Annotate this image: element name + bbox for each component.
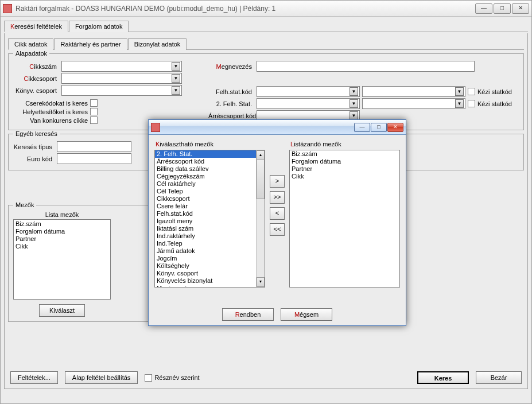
input-megnevezes[interactable] xyxy=(257,61,475,72)
chevron-down-icon[interactable]: ▼ xyxy=(172,74,180,83)
button-feltetelek[interactable]: Feltételek... xyxy=(10,371,58,384)
main-tabs: Keresési feltételek Forgalom adatok xyxy=(4,20,528,32)
checkbox-helyett[interactable] xyxy=(90,108,98,115)
list-item[interactable]: Cégjegyzékszám xyxy=(155,173,256,180)
list-item[interactable]: Forgalom dátuma xyxy=(290,158,399,165)
list-item[interactable]: Billing data szállev xyxy=(155,165,256,173)
group-mezok-label: Mezők xyxy=(13,201,36,208)
list-item[interactable]: 2. Felh. Stat. xyxy=(155,150,256,158)
dialog-minimize-button[interactable]: — xyxy=(354,123,370,132)
listbox-mezok[interactable]: Biz.számForgalom dátumaPartnerCikk xyxy=(13,219,111,300)
input-eurokod[interactable] xyxy=(57,153,131,164)
label-kerestipus: Keresés típus xyxy=(13,143,55,150)
list-item[interactable]: Jármű adatok xyxy=(155,247,256,255)
button-move-left[interactable]: < xyxy=(270,207,285,220)
list-item[interactable]: Költséghely xyxy=(155,262,256,270)
dialog-titlebar[interactable]: — □ ✕ xyxy=(149,120,406,135)
maximize-button[interactable]: □ xyxy=(494,3,511,14)
tab-cikk-adatok[interactable]: Cikk adatok xyxy=(8,38,53,50)
combo-felh2-2[interactable]: ▼ xyxy=(362,98,465,109)
listbox-selected[interactable]: Biz.számForgalom dátumaPartnerCikk xyxy=(289,150,400,288)
label-resznev: Résznév szerint xyxy=(154,374,199,381)
dialog-mezok: — □ ✕ Kiválasztható mezők 2. Felh. Stat.… xyxy=(148,119,406,326)
label-helyett: Helyettesítőket is keres xyxy=(13,108,88,115)
chevron-down-icon[interactable]: ▼ xyxy=(455,99,464,108)
combo-felh2[interactable]: ▼ xyxy=(257,98,360,109)
button-keres[interactable]: Keres xyxy=(417,371,469,384)
dialog-close-button[interactable]: ✕ xyxy=(387,123,403,132)
list-item[interactable]: Cikk xyxy=(14,243,110,250)
label-felhstat: Felh.stat.kód xyxy=(208,88,254,95)
button-move-all-right[interactable]: >> xyxy=(270,191,285,204)
checkbox-kezi-2[interactable] xyxy=(468,100,475,107)
chevron-down-icon[interactable]: ▼ xyxy=(350,99,358,108)
list-item[interactable]: Árréscsoport kód xyxy=(155,158,256,165)
sub-tabs: Cikk adatok Raktárhely és partner Bizony… xyxy=(8,38,524,50)
tab-forgalom-adatok[interactable]: Forgalom adatok xyxy=(69,21,129,32)
combo-felhstat[interactable]: ▼ xyxy=(257,86,360,97)
list-item[interactable]: Cikkcsoport xyxy=(155,195,256,203)
dialog-icon xyxy=(151,123,160,132)
list-item[interactable]: Cél Telep xyxy=(155,188,256,195)
group-alapadatok-label: Alapadatok xyxy=(13,50,49,57)
input-kerestipus[interactable] xyxy=(57,141,131,152)
combo-felhstat-2[interactable]: ▼ xyxy=(362,86,465,97)
button-move-right[interactable]: > xyxy=(270,175,285,188)
list-item[interactable]: Ind.Telep xyxy=(155,240,256,247)
list-item[interactable]: Forgalom dátuma xyxy=(14,228,110,235)
list-item[interactable]: Igazolt meny xyxy=(155,217,256,225)
label-cikkcsoport: Cikkcsoport xyxy=(13,75,59,82)
chevron-down-icon[interactable]: ▼ xyxy=(350,87,358,96)
label-csere: Cserekódokat is keres xyxy=(13,100,88,107)
button-kivalaszt[interactable]: Kiválaszt xyxy=(39,304,85,317)
list-item[interactable]: Cikk xyxy=(290,173,399,180)
button-alap-feltetel[interactable]: Alap feltétel beállítás xyxy=(65,371,138,384)
bottom-bar: Feltételek... Alap feltétel beállítás Ré… xyxy=(10,371,522,384)
button-bezar[interactable]: Bezár xyxy=(476,371,522,384)
list-item[interactable]: Cél raktárhely xyxy=(155,180,256,188)
button-rendben[interactable]: Rendben xyxy=(222,308,274,321)
list-item[interactable]: Biz.szám xyxy=(290,150,399,158)
chevron-down-icon[interactable]: ▼ xyxy=(455,87,464,96)
list-item[interactable]: Partner xyxy=(14,235,110,243)
label-konyvcsoport: Könyv. csoport xyxy=(13,87,59,94)
checkbox-resznev[interactable] xyxy=(145,374,152,382)
button-move-all-left[interactable]: << xyxy=(270,223,285,236)
checkbox-vankonk[interactable] xyxy=(90,116,98,124)
dialog-body: Kiválasztható mezők 2. Felh. Stat.Árrésc… xyxy=(149,135,406,325)
list-item[interactable]: Könyvelés bizonylat xyxy=(155,277,256,285)
list-item[interactable]: Megjegyzés xyxy=(155,285,256,288)
label-kezi-1: Kézi statkód xyxy=(477,88,512,95)
list-item[interactable]: Jogcím xyxy=(155,255,256,262)
list-item[interactable]: Biz.szám xyxy=(14,220,110,228)
list-item[interactable]: Felh.stat.kód xyxy=(155,210,256,217)
label-eurokod: Euro kód xyxy=(13,156,55,162)
combo-cikkcsoport[interactable]: ▼ xyxy=(61,73,182,84)
combo-cikkszam[interactable]: ▼ xyxy=(61,61,182,72)
chevron-down-icon[interactable]: ▼ xyxy=(172,62,180,71)
label-kezi-2: Kézi statkód xyxy=(477,100,512,107)
combo-konyvcsoport[interactable]: ▼ xyxy=(61,85,182,96)
list-item[interactable]: Partner xyxy=(290,165,399,173)
scrollbar-thumb[interactable] xyxy=(257,159,265,199)
checkbox-kezi-1[interactable] xyxy=(468,88,475,95)
tab-bizonylat-adatok[interactable]: Bizonylat adatok xyxy=(128,38,187,50)
listbox-available[interactable]: 2. Felh. Stat.Árréscsoport kódBilling da… xyxy=(154,150,265,288)
label-vankonk: Van konkurens cikke xyxy=(13,117,88,124)
list-item[interactable]: Könyv. csoport xyxy=(155,270,256,277)
list-item[interactable]: Ind.raktárhely xyxy=(155,232,256,240)
chevron-down-icon[interactable]: ▼ xyxy=(172,86,180,95)
chevron-down-icon[interactable]: ▼ xyxy=(350,111,358,120)
checkbox-csere[interactable] xyxy=(90,99,98,107)
list-item[interactable]: Iktatási szám xyxy=(155,225,256,232)
label-cikkszam: Cikkszám xyxy=(13,63,59,70)
scrollbar[interactable] xyxy=(256,150,265,287)
list-item[interactable]: Csere felár xyxy=(155,203,256,210)
tab-keresesi-feltetelek[interactable]: Keresési feltételek xyxy=(4,21,68,32)
button-megsem[interactable]: Mégsem xyxy=(281,308,332,321)
dialog-maximize-button[interactable]: □ xyxy=(371,123,387,132)
close-button[interactable]: ✕ xyxy=(512,3,529,14)
label-megnevezes: Megnevezés xyxy=(208,63,254,70)
tab-raktarhely-partner[interactable]: Raktárhely és partner xyxy=(54,38,127,50)
minimize-button[interactable]: — xyxy=(475,3,492,14)
